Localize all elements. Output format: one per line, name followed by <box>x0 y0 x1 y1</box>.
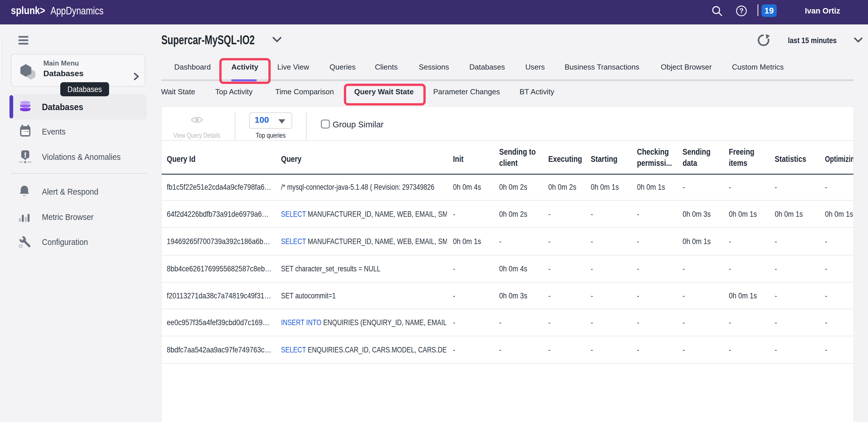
svg-text:?: ? <box>739 7 744 15</box>
